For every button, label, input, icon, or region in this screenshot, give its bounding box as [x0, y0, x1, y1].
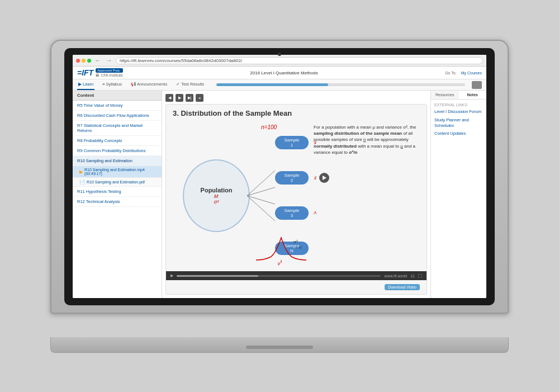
download-area: Download Video — [166, 280, 427, 294]
population-label: Population — [201, 187, 233, 193]
sample-1-bubble: Sample1 — [275, 136, 309, 149]
sidebar-sub-item-video[interactable]: ▶ R10 Sampling and Estimation.mp4 (00:49… — [73, 166, 162, 178]
svg-line-0 — [247, 171, 275, 196]
progress-container — [216, 83, 465, 86]
progress-bar — [216, 83, 465, 86]
laptop-lid: ← → https://ift.learnrev.com/courses/55d… — [50, 40, 509, 314]
svg-text:n: n — [299, 245, 301, 250]
ext-link-updates[interactable]: Content Updates — [434, 131, 483, 136]
url-bar[interactable]: https://ift.learnrev.com/courses/55da08a… — [116, 57, 483, 64]
play-overlay-btn[interactable] — [319, 173, 329, 183]
pdf-icon: 📄 — [79, 180, 85, 185]
ift-logo: =IFT — [77, 68, 93, 77]
sidebar-item-r11[interactable]: R11 Hypothesis Testing — [73, 187, 162, 197]
tab-learn[interactable]: ▶ Learn — [77, 79, 94, 90]
sidebar: Content R5 Time Value of Money R6 Discou… — [73, 91, 162, 298]
scrubber-watermark: www.ift.world — [384, 274, 407, 278]
browser-bar: ← → https://ift.learnrev.com/courses/55d… — [73, 55, 486, 67]
bell-curve-svg: μ σ² n — [253, 226, 309, 266]
sample-3-notation: Λ — [314, 210, 316, 215]
browser: ← → https://ift.learnrev.com/courses/55d… — [73, 55, 486, 298]
sidebar-header: Content — [73, 91, 162, 101]
svg-line-3 — [247, 196, 275, 221]
video-content: n=100 Population Mσ² — [166, 120, 427, 271]
sample-2-bubble: Sample2 — [275, 171, 309, 185]
app-header: =IFT Approved Prep 🏛 CFA Institute 2016 … — [73, 67, 486, 79]
sidebar-sub-item-pdf[interactable]: 📄 R10 Sampling and Estimation.pdf — [73, 178, 162, 187]
go-to-label: Go To: — [445, 71, 457, 75]
sample-1-row: Sample1 x̄ — [275, 136, 316, 149]
my-courses-button[interactable]: My Courses — [461, 71, 482, 75]
video-controls-top: ◀ ▶ ▶| ≡ — [165, 94, 427, 102]
close-dot[interactable] — [76, 59, 80, 63]
tab-test-results[interactable]: ✓ Test Results — [175, 79, 205, 90]
fullscreen-icon[interactable]: ⛶ — [418, 274, 422, 278]
minimize-dot[interactable] — [82, 59, 86, 63]
sample-3-bubble: Sample3 — [275, 206, 309, 220]
right-panel-tabs: Resources Notes — [431, 91, 486, 100]
content-body: ◀ ▶ ▶| ≡ 3. Distribution of the Sample M… — [162, 91, 486, 298]
tab-resources[interactable]: Resources — [431, 91, 459, 99]
video-section: ◀ ▶ ▶| ≡ 3. Distribution of the Sample M… — [162, 91, 430, 298]
text-description: For a population with a mean μ and varia… — [309, 120, 421, 271]
right-panel: Resources Notes EXTERNAL LINKS Level I D… — [430, 91, 486, 298]
grid-view-btn[interactable] — [472, 81, 482, 89]
ext-link-forum[interactable]: Level I Discussion Forum — [434, 109, 483, 115]
maximize-dot[interactable] — [87, 59, 91, 63]
population-circle: Population Mσ² — [183, 159, 250, 232]
sample-2-notation: x̄ — [314, 176, 316, 181]
video-icon: ▶ — [79, 169, 83, 174]
play-btn[interactable]: ▶ — [176, 94, 183, 102]
forward-button[interactable]: → — [105, 56, 113, 64]
webcam — [278, 53, 281, 56]
svg-line-2 — [247, 196, 275, 204]
laptop-screen: ← → https://ift.learnrev.com/courses/55d… — [73, 55, 486, 298]
nav-tabs: ▶ Learn ≡ Syllabus 📢 Announcements ✓ Tes… — [73, 79, 486, 91]
tab-syllabus[interactable]: ≡ Syllabus — [101, 79, 123, 90]
scrubber-track[interactable] — [177, 275, 381, 277]
video-title: 3. Distribution of the Sample Mean — [166, 105, 427, 120]
scrubber-play-icon[interactable]: ▶ — [170, 273, 173, 278]
svg-text:σ²: σ² — [293, 239, 298, 244]
back-button[interactable]: ← — [93, 56, 102, 64]
scrubber-progress — [177, 275, 258, 277]
arrow-lines — [247, 159, 275, 232]
sample-2-row: Sample2 x̄ — [275, 171, 329, 185]
sidebar-item-r10[interactable]: R10 Sampling and Estimation — [73, 156, 162, 166]
main-content: Content R5 Time Value of Money R6 Discou… — [73, 91, 486, 298]
download-video-button[interactable]: Download Video — [385, 284, 420, 290]
next-btn[interactable]: ▶| — [186, 94, 193, 102]
sample-3-row: Sample3 Λ — [275, 206, 316, 220]
sidebar-item-r5[interactable]: R5 Time Value of Money — [73, 101, 162, 111]
video-frame: 3. Distribution of the Sample Mean n=100 — [165, 104, 427, 295]
approved-badge: Approved Prep — [96, 68, 123, 73]
tab-announcements[interactable]: 📢 Announcements — [130, 79, 168, 90]
progress-fill — [216, 83, 328, 86]
cfa-badge: 🏛 CFA Institute — [96, 73, 123, 77]
laptop-base — [50, 337, 509, 353]
course-title: 2016 Level I Quantitative Methods — [127, 70, 440, 75]
ext-link-planner[interactable]: Study Planner and Schedules — [434, 117, 483, 129]
sidebar-item-r7[interactable]: R7 Statistical Concepts and Market Retur… — [73, 121, 162, 136]
population-notation: Mσ² — [214, 193, 219, 205]
sidebar-item-r8[interactable]: R8 Probability Concepts — [73, 136, 162, 146]
sidebar-item-r9[interactable]: R9 Common Probability Distributions — [73, 146, 162, 156]
diagram-area: n=100 Population Mσ² — [172, 120, 309, 271]
tab-notes[interactable]: Notes — [459, 91, 487, 99]
laptop: ← → https://ift.learnrev.com/courses/55d… — [50, 40, 509, 353]
sidebar-item-r12[interactable]: R12 Technical Analysis — [73, 197, 162, 207]
sidebar-item-r6[interactable]: R6 Discounted Cash Flow Applications — [73, 111, 162, 121]
video-scrubber: ▶ www.ift.world 11 ⛶ — [166, 271, 427, 280]
screen-bezel: ← → https://ift.learnrev.com/courses/55d… — [64, 48, 495, 305]
svg-text:μ: μ — [278, 261, 281, 266]
right-panel-content: EXTERNAL LINKS Level I Discussion Forum … — [431, 100, 486, 143]
window-controls — [76, 59, 91, 63]
prev-btn[interactable]: ◀ — [165, 94, 173, 102]
menu-btn[interactable]: ≡ — [196, 94, 203, 102]
n-notation: n=100 — [261, 124, 277, 130]
svg-line-1 — [247, 187, 275, 196]
scrubber-time: 11 — [410, 274, 415, 278]
external-links-label: EXTERNAL LINKS — [434, 103, 483, 107]
sample-1-notation: x̄ — [314, 140, 316, 145]
